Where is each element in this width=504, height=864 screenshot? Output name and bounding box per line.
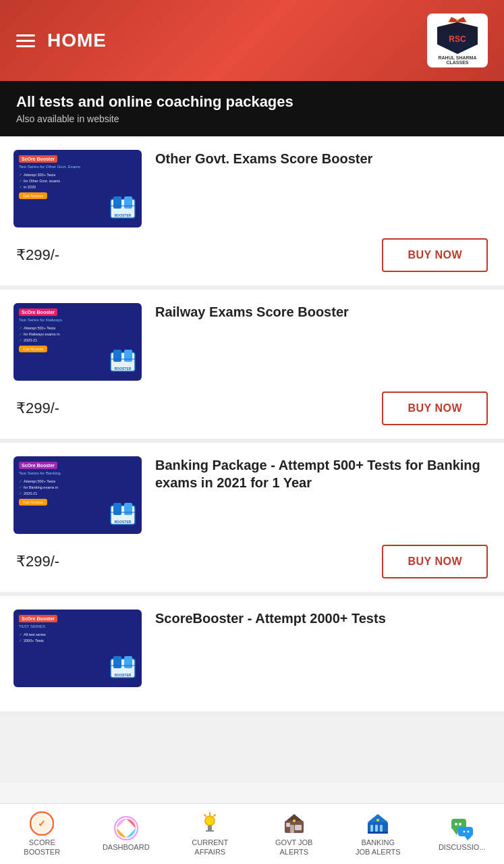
list-item: for Banking exams in xyxy=(19,484,58,490)
product-name: ScoreBooster - Attempt 2000+ Tests xyxy=(155,610,491,627)
product-image-badge: ScOre Booster xyxy=(19,308,57,316)
svg-rect-39 xyxy=(286,823,290,827)
logo-inner: RSC RAHUL SHARMA CLASSES xyxy=(430,16,485,65)
list-item: in 2020 xyxy=(19,184,60,190)
product-top: ScOre Booster TEST SERIES All test serie… xyxy=(13,610,491,687)
nav-label-discussion: DISCUSSIO... xyxy=(439,843,486,852)
list-item: Attempt 500+ Tests xyxy=(19,325,60,331)
banking-job-alerts-icon xyxy=(366,811,390,836)
product-image: ScOre Booster TEST SERIES All test serie… xyxy=(13,610,142,687)
nav-label-govt-job-alerts: GOVT JOBALERTS xyxy=(275,838,312,856)
logo-container: RSC RAHUL SHARMA CLASSES xyxy=(427,14,488,68)
product-name: Other Govt. Exams Score Booster xyxy=(155,150,491,167)
svg-point-28 xyxy=(123,825,130,832)
product-image-subtitle: TEST SERIES xyxy=(19,624,45,628)
banner-title: All tests and online coaching packages xyxy=(16,93,488,111)
list-item: for Railways exams in xyxy=(19,331,60,337)
svg-point-55 xyxy=(467,830,469,832)
product-price: ₹299/- xyxy=(16,553,59,570)
nav-item-discussion[interactable]: DISCUSSIO... xyxy=(420,804,505,864)
product-price: ₹299/- xyxy=(16,400,59,417)
svg-rect-21 xyxy=(124,656,132,668)
logo-text: RSC xyxy=(449,34,466,44)
product-price: ₹299/- xyxy=(16,246,59,264)
product-image-subtitle: Test Series for Railways xyxy=(19,318,62,322)
product-image-subtitle: Test Series for Banking xyxy=(19,471,61,475)
banner-subtitle: Also available in website xyxy=(16,113,488,124)
logo-brand: RAHUL SHARMA CLASSES xyxy=(430,55,485,65)
svg-point-29 xyxy=(205,816,215,826)
product-bottom: ₹299/- BUY NOW xyxy=(13,392,491,425)
svg-marker-51 xyxy=(465,836,472,840)
product-card-partial: ScOre Booster TEST SERIES All test serie… xyxy=(0,596,504,716)
logo-shield: RSC xyxy=(437,22,478,54)
product-top: ScOre Booster Test Series for Railways A… xyxy=(13,303,491,381)
header-left: HOME xyxy=(16,30,107,51)
product-image-list: Attempt 300+ Tests for Other Govt. exams… xyxy=(19,171,60,190)
nav-item-current-affairs[interactable]: CURRENTAFFAIRS xyxy=(168,804,252,864)
product-image-logo: BOOSTER xyxy=(109,194,136,221)
svg-point-2 xyxy=(457,19,459,21)
product-card: ScOre Booster Test Series for Other Govt… xyxy=(0,136,504,290)
product-image-badge: ScOre Booster xyxy=(19,615,57,622)
svg-rect-45 xyxy=(380,825,383,832)
svg-text:BOOSTER: BOOSTER xyxy=(115,520,132,524)
product-image-list: Attempt 500+ Tests for Banking exams in … xyxy=(19,478,58,496)
svg-point-46 xyxy=(376,819,379,821)
promo-banner: All tests and online coaching packages A… xyxy=(0,81,504,136)
buy-now-button[interactable]: BUY NOW xyxy=(382,392,488,425)
svg-rect-33 xyxy=(208,826,212,831)
product-image: ScOre Booster Test Series for Railways A… xyxy=(13,303,142,381)
page-title: HOME xyxy=(47,30,107,51)
list-item: Attempt 500+ Tests xyxy=(19,478,58,484)
product-bottom: ₹299/- BUY NOW xyxy=(13,545,491,578)
nav-item-score-booster[interactable]: ✓ SCOREBOOSTER xyxy=(0,804,84,864)
product-image-logo: BOOSTER xyxy=(109,347,136,374)
product-image-subtitle: Test Series for Other Govt. Exams xyxy=(19,165,80,169)
product-list: ScOre Booster Test Series for Other Govt… xyxy=(0,136,504,783)
svg-point-54 xyxy=(463,830,465,832)
product-name: Banking Package - Attempt 500+ Tests for… xyxy=(155,456,491,491)
hamburger-icon[interactable] xyxy=(16,34,35,47)
discussion-icon xyxy=(450,816,474,840)
product-image-btn: Get Access xyxy=(19,192,47,199)
product-image-badge: ScOre Booster xyxy=(19,155,57,163)
buy-now-button[interactable]: BUY NOW xyxy=(382,545,488,578)
product-image-logo: BOOSTER xyxy=(109,653,136,680)
nav-item-govt-job-alerts[interactable]: GOVT JOBALERTS xyxy=(252,804,337,864)
list-item: 2020-21 xyxy=(19,337,60,343)
svg-point-52 xyxy=(455,823,457,826)
nav-label-score-booster: SCOREBOOSTER xyxy=(24,838,60,856)
list-item: Attempt 300+ Tests xyxy=(19,171,60,178)
svg-rect-44 xyxy=(375,825,378,832)
nav-label-dashboard: DASHBOARD xyxy=(103,843,150,852)
svg-rect-15 xyxy=(113,503,121,515)
list-item: 2020-21 xyxy=(19,490,58,496)
product-image-list: All test series 2000+ Tests xyxy=(19,631,46,643)
product-image-btn: Get Access xyxy=(19,346,47,352)
svg-point-53 xyxy=(459,823,461,826)
svg-rect-16 xyxy=(124,503,132,515)
bottom-navigation: ✓ SCOREBOOSTER DASHBOARD xyxy=(0,803,504,864)
list-item: for Other Govt. exams xyxy=(19,178,60,184)
svg-rect-5 xyxy=(113,196,121,209)
nav-item-dashboard[interactable]: DASHBOARD xyxy=(84,804,169,864)
buy-now-button[interactable]: BUY NOW xyxy=(382,238,488,272)
svg-text:BOOSTER: BOOSTER xyxy=(115,673,132,677)
svg-text:BOOSTER: BOOSTER xyxy=(115,367,132,371)
svg-line-31 xyxy=(204,815,206,816)
app-header: HOME RSC RAHUL SHARMA CLASSES xyxy=(0,0,504,81)
product-top: ScOre Booster Test Series for Banking At… xyxy=(13,456,491,534)
dashboard-icon xyxy=(114,816,138,840)
list-item: 2000+ Tests xyxy=(19,637,46,643)
product-image-list: Attempt 500+ Tests for Railways exams in… xyxy=(19,325,60,343)
nav-item-banking-job-alerts[interactable]: BANKINGJOB ALERTS xyxy=(336,804,420,864)
svg-rect-11 xyxy=(124,350,132,362)
svg-text:✓: ✓ xyxy=(38,818,46,829)
svg-rect-38 xyxy=(295,825,302,830)
govt-job-alerts-icon xyxy=(282,811,306,836)
svg-rect-43 xyxy=(370,825,373,832)
list-item: All test series xyxy=(19,631,46,637)
nav-label-banking-job-alerts: BANKINGJOB ALERTS xyxy=(356,838,400,856)
product-image: ScOre Booster Test Series for Other Govt… xyxy=(13,150,142,227)
